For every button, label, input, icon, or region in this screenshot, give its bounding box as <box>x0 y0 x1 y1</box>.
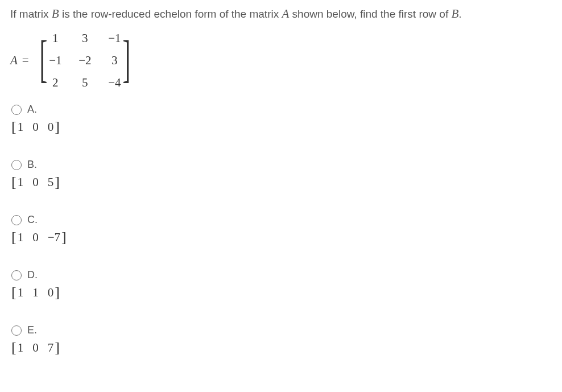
option-a: A. [100] <box>11 104 552 135</box>
options-list: A. [100] B. [105] C. [10−7] D. [110] <box>11 104 552 356</box>
e-v2: 7 <box>48 341 54 354</box>
cell-0-2: −1 <box>108 31 121 46</box>
q-suffix: . <box>458 8 461 20</box>
radio-b[interactable] <box>11 160 22 170</box>
b-v0: 1 <box>18 175 24 189</box>
cell-2-2: −4 <box>108 76 121 90</box>
q-mid2: shown below, find the first row of <box>289 8 451 20</box>
cell-0-1: 3 <box>78 31 92 46</box>
matrix-definition: A = [ 1 3 −1 −1 −2 3 2 5 −4 ] <box>10 31 552 90</box>
q-var-b2: B <box>451 7 458 20</box>
radio-a[interactable] <box>11 105 22 115</box>
cell-1-1: −2 <box>78 53 92 68</box>
option-b: B. [105] <box>11 159 552 190</box>
d-v2: 0 <box>48 286 54 299</box>
lb-c: [ <box>11 229 16 245</box>
matrix-grid: 1 3 −1 −1 −2 3 2 5 −4 <box>48 31 121 90</box>
rb-b: ] <box>55 174 60 190</box>
e-v1: 0 <box>32 341 39 354</box>
q-var-b: B <box>52 7 59 20</box>
radio-e[interactable] <box>11 325 22 336</box>
rb-d: ] <box>55 284 60 300</box>
cell-2-1: 5 <box>78 76 92 90</box>
a-v1: 0 <box>32 120 39 134</box>
d-v0: 1 <box>18 286 24 299</box>
lb-b: [ <box>11 174 16 190</box>
cell-1-2: 3 <box>108 53 121 68</box>
option-b-letter: B. <box>27 159 37 171</box>
option-e: E. [107] <box>11 324 552 356</box>
equals-sign: = <box>22 53 29 68</box>
c-v1: 0 <box>32 230 39 244</box>
left-bracket: [ <box>39 36 47 81</box>
option-a-matrix: [100] <box>11 118 552 135</box>
c-v0: 1 <box>18 230 24 244</box>
cell-0-0: 1 <box>48 31 62 46</box>
rb-e: ] <box>55 339 60 356</box>
d-v1: 1 <box>32 286 39 299</box>
e-v0: 1 <box>18 341 24 354</box>
c-v2: −7 <box>48 230 60 244</box>
a-v2: 0 <box>48 120 54 134</box>
option-b-matrix: [105] <box>11 173 552 190</box>
b-v2: 5 <box>48 175 54 189</box>
rb-a: ] <box>55 118 60 135</box>
rb-c: ] <box>61 229 67 245</box>
lb-e: [ <box>11 339 16 356</box>
option-c-letter: C. <box>27 214 38 226</box>
option-e-matrix: [107] <box>11 339 552 356</box>
cell-2-0: 2 <box>48 76 62 90</box>
radio-d[interactable] <box>11 270 22 280</box>
option-d-matrix: [110] <box>11 283 552 300</box>
option-d: D. [110] <box>11 269 552 300</box>
lb-a: [ <box>11 118 16 135</box>
option-a-letter: A. <box>27 104 37 115</box>
option-c-matrix: [10−7] <box>11 228 552 245</box>
option-e-letter: E. <box>27 324 37 336</box>
cell-1-0: −1 <box>48 53 62 68</box>
b-v1: 0 <box>32 175 39 189</box>
lb-d: [ <box>11 284 16 300</box>
q-prefix: If matrix <box>10 8 52 20</box>
matrix-label: A <box>10 53 18 68</box>
question-text: If matrix B is the row-reduced echelon f… <box>10 7 552 21</box>
radio-c[interactable] <box>11 215 22 225</box>
q-mid1: is the row-reduced echelon form of the m… <box>59 8 282 20</box>
right-bracket: ] <box>123 36 131 81</box>
a-v0: 1 <box>18 120 24 134</box>
option-c: C. [10−7] <box>11 214 552 245</box>
q-var-a: A <box>282 7 289 20</box>
option-d-letter: D. <box>27 269 38 281</box>
